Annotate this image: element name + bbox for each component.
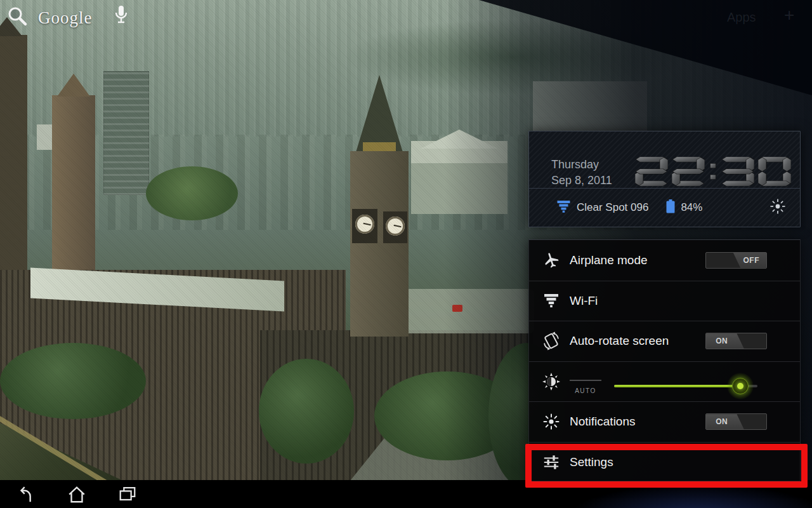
clock-digit [721,157,754,186]
airplane-icon [542,251,561,270]
toggle-state-label: OFF [737,253,767,268]
brightness-slider-fill [614,385,740,387]
add-widget-icon: + [784,5,794,25]
notifications-toggle[interactable]: ON [705,413,767,430]
qs-label-wifi: Wi-Fi [570,294,598,308]
clock-digit [672,157,705,186]
android-home-screen: Google Apps + Thursday Sep 8, 2011 [0,0,812,508]
recents-icon [117,485,138,505]
brightness-icon [542,372,561,391]
qs-row-wifi[interactable]: Wi-Fi [529,281,800,321]
microphone-icon[interactable] [114,4,129,32]
toggle-state-label: ON [706,414,737,429]
clock-digit [635,157,668,186]
back-icon [16,485,37,505]
auto-brightness-label: AUTO [575,387,596,394]
wifi-status-icon [557,201,570,215]
qs-row-brightness: AUTO [529,361,800,402]
clock-digit [758,157,791,186]
wifi-icon [542,291,561,311]
brightness-status-icon [769,198,786,217]
back-button[interactable] [9,483,44,506]
date-text: Sep 8, 2011 [551,173,612,189]
day-of-week: Thursday [551,157,612,173]
airplane-mode-toggle[interactable]: OFF [705,252,767,269]
auto-brightness-indicator [570,380,601,381]
home-button[interactable] [59,483,95,506]
quick-settings-panel: Airplane mode OFF Wi-Fi [528,239,801,481]
notifications-icon [542,412,561,431]
auto-brightness-button[interactable]: AUTO [570,380,601,396]
clock-colon [709,157,717,186]
search-icon[interactable] [6,5,29,30]
navbar-glow [558,480,812,508]
brightness-slider-thumb[interactable] [727,373,754,399]
battery-percentage: 84% [681,201,702,214]
battery-icon [666,199,675,216]
date-block: Thursday Sep 8, 2011 [551,157,612,189]
rotate-icon [542,331,561,351]
status-row: Clear Spot 096 84% [529,188,800,227]
google-search-widget[interactable]: Google [6,4,129,32]
qs-row-auto-rotate[interactable]: Auto-rotate screen ON [529,321,800,361]
slider-thumb-dot [737,383,743,389]
qs-row-airplane-mode[interactable]: Airplane mode OFF [529,240,800,281]
qs-row-settings[interactable]: Settings [529,442,800,483]
auto-rotate-toggle[interactable]: ON [705,333,767,349]
qs-label-auto-rotate: Auto-rotate screen [570,334,669,348]
recent-apps-button[interactable] [110,483,145,506]
qs-label-notifications: Notifications [570,415,636,429]
wifi-network-name: Clear Spot 096 [577,201,648,214]
home-icon [67,485,87,505]
system-navbar [0,480,812,508]
qs-label-airplane: Airplane mode [570,253,648,267]
google-logo[interactable]: Google [38,8,92,28]
clock-status-panel[interactable]: Thursday Sep 8, 2011 Clear Spot 096 8 [528,131,801,227]
qs-row-notifications[interactable]: Notifications ON [529,401,800,442]
digital-clock [635,157,791,186]
qs-label-settings: Settings [570,455,613,469]
apps-menu-label: Apps [727,10,756,25]
toggle-state-label: ON [706,333,737,349]
settings-icon [542,453,561,472]
